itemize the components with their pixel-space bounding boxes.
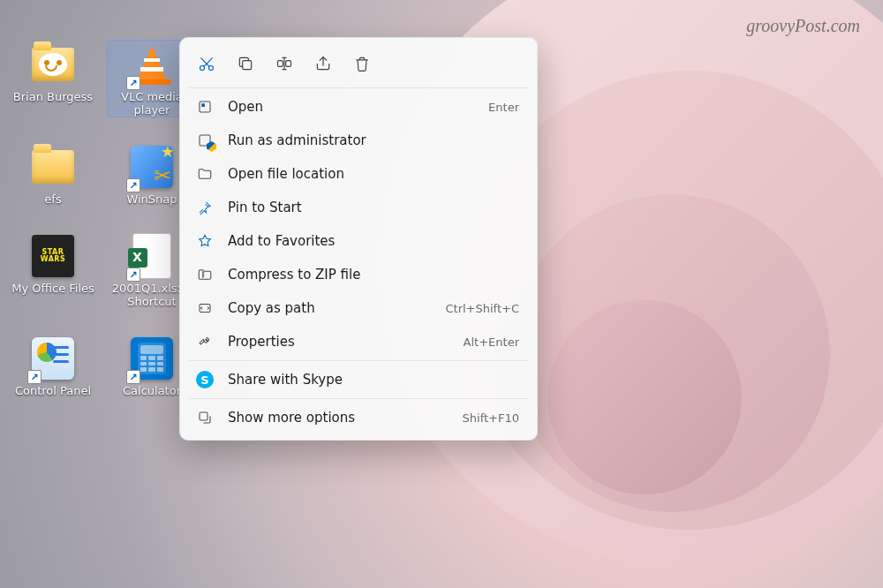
desktop-icon-label: efs (44, 192, 61, 206)
menu-item-shortcut: Ctrl+Shift+C (445, 302, 519, 315)
desktop-icon-efs[interactable]: efs (9, 143, 97, 206)
menu-item-label: Pin to Start (228, 200, 519, 215)
folder-icon (29, 143, 77, 191)
menu-item-label: Compress to ZIP file (228, 267, 519, 283)
user-folder-icon (29, 41, 77, 88)
share-button[interactable] (306, 47, 341, 80)
menu-item-copy-as-path[interactable]: Copy as path Ctrl+Shift+C (185, 291, 532, 325)
desktop-icon-label: Calculator (123, 384, 181, 397)
shortcut-overlay-icon (27, 370, 42, 384)
desktop-icon-label: Brian Burgess (13, 90, 93, 103)
svg-rect-2 (243, 61, 252, 70)
share-icon (314, 55, 332, 72)
desktop-icon-grid: Brian Burgess VLC media player efs WinSn… (9, 41, 196, 397)
context-menu-separator (189, 398, 528, 399)
menu-item-label: Open (228, 99, 474, 115)
svg-point-0 (200, 66, 205, 71)
menu-item-pin-to-start[interactable]: Pin to Start (185, 191, 532, 224)
control-panel-icon (29, 335, 77, 382)
wrench-icon (196, 333, 214, 351)
context-menu-separator (189, 87, 528, 88)
delete-button[interactable] (344, 47, 380, 80)
star-icon (196, 232, 214, 250)
menu-item-share-skype[interactable]: S Share with Skype (185, 363, 532, 396)
pin-icon (196, 199, 214, 216)
desktop-icon-label: WinSnap (126, 192, 177, 206)
svg-rect-4 (286, 61, 291, 67)
menu-item-add-to-favorites[interactable]: Add to Favorites (185, 224, 532, 258)
rename-button[interactable] (267, 47, 302, 80)
menu-item-label: Properties (228, 334, 449, 350)
copy-icon (237, 55, 254, 72)
menu-item-label: Share with Skype (228, 372, 519, 388)
shortcut-overlay-icon (126, 76, 140, 90)
svg-rect-3 (278, 61, 283, 67)
menu-item-show-more-options[interactable]: Show more options Shift+F10 (185, 401, 532, 434)
menu-item-label: Run as administrator (228, 132, 519, 148)
rename-icon (275, 55, 293, 72)
svg-point-1 (209, 66, 214, 71)
menu-item-open-file-location[interactable]: Open file location (185, 157, 532, 191)
menu-item-shortcut: Alt+Enter (464, 335, 519, 349)
menu-item-label: Open file location (228, 166, 519, 182)
skype-icon: S (196, 371, 214, 388)
open-app-icon (196, 98, 214, 116)
zip-icon (196, 266, 214, 283)
context-menu: Open Enter Run as administrator Open fil… (179, 37, 538, 441)
winsnap-icon (128, 143, 176, 191)
menu-item-shortcut: Shift+F10 (463, 411, 519, 425)
delete-icon (353, 55, 371, 72)
shortcut-overlay-icon (126, 268, 140, 282)
excel-file-icon (128, 232, 176, 280)
desktop-icon-user-folder[interactable]: Brian Burgess (9, 41, 97, 117)
cut-icon (198, 55, 215, 72)
shortcut-overlay-icon (126, 370, 140, 384)
folder-icon (196, 165, 214, 183)
copy-button[interactable] (228, 47, 263, 80)
calculator-icon (128, 335, 176, 382)
menu-item-compress-zip[interactable]: Compress to ZIP file (185, 258, 532, 291)
desktop-icon-label: Control Panel (15, 384, 91, 397)
shortcut-overlay-icon (126, 178, 140, 192)
menu-item-label: Copy as path (228, 300, 431, 316)
vlc-icon (128, 41, 176, 88)
shield-icon (196, 132, 214, 149)
desktop-icon-myoffice[interactable]: STARWARS My Office Files (9, 232, 97, 308)
menu-item-run-as-admin[interactable]: Run as administrator (185, 124, 532, 157)
menu-item-properties[interactable]: Properties Alt+Enter (185, 325, 532, 358)
svg-rect-9 (200, 412, 208, 420)
starwars-folder-icon: STARWARS (29, 232, 77, 280)
svg-rect-6 (201, 103, 205, 107)
desktop-icon-control-panel[interactable]: Control Panel (9, 335, 97, 397)
copy-path-icon (196, 299, 214, 317)
menu-item-label: Show more options (228, 410, 449, 426)
cut-button[interactable] (189, 47, 224, 80)
more-options-icon (196, 409, 214, 426)
menu-item-open[interactable]: Open Enter (185, 90, 532, 124)
menu-item-shortcut: Enter (488, 101, 519, 114)
menu-item-label: Add to Favorites (228, 233, 519, 249)
context-menu-separator (189, 360, 528, 361)
svg-rect-7 (200, 135, 210, 146)
context-menu-top-actions (185, 43, 532, 86)
desktop-icon-label: My Office Files (11, 282, 94, 295)
